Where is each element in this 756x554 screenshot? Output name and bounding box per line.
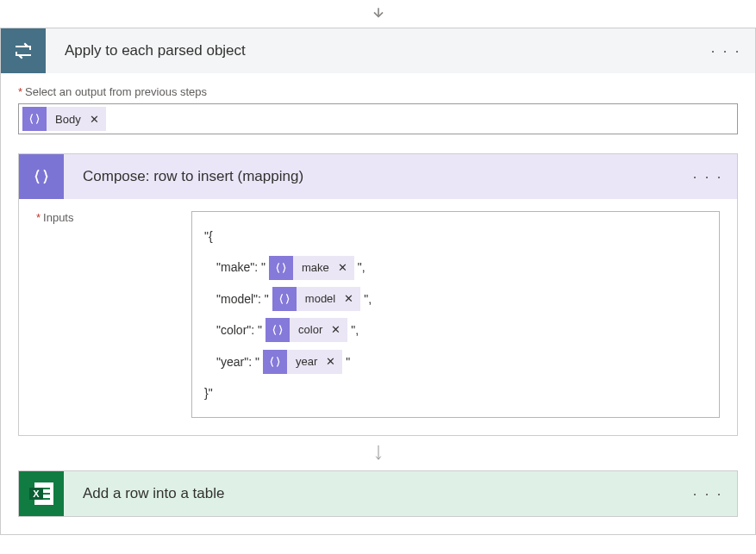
token-model-label: model bbox=[297, 284, 344, 314]
token-make[interactable]: make ✕ bbox=[269, 256, 354, 280]
token-make-label: make bbox=[293, 253, 338, 283]
dynamic-content-icon bbox=[269, 256, 293, 280]
compose-inputs-label: *Inputs bbox=[36, 211, 174, 418]
token-body-label: Body bbox=[47, 113, 90, 126]
json-after-model: ", bbox=[364, 283, 372, 314]
dynamic-content-icon bbox=[263, 350, 287, 374]
apply-to-each-card: Apply to each parsed object · · · *Selec… bbox=[0, 28, 756, 535]
compose-icon bbox=[19, 154, 64, 199]
token-color-remove[interactable]: ✕ bbox=[331, 315, 347, 345]
select-output-label: *Select an output from previous steps bbox=[18, 85, 738, 98]
compose-body: *Inputs "{ "make": " make ✕ ", "model": … bbox=[19, 199, 737, 435]
token-color-label: color bbox=[290, 315, 331, 345]
excel-more-button[interactable]: · · · bbox=[690, 476, 725, 511]
token-year-remove[interactable]: ✕ bbox=[326, 347, 342, 377]
token-year-label: year bbox=[287, 347, 326, 377]
json-close: }" bbox=[204, 377, 213, 408]
excel-card: X Add a row into a table · · · bbox=[18, 470, 738, 517]
json-key-model: "model": " bbox=[216, 283, 269, 314]
json-after-color: ", bbox=[351, 314, 359, 345]
token-model[interactable]: model ✕ bbox=[272, 287, 360, 311]
flow-arrow-top bbox=[0, 0, 756, 28]
excel-title: Add a row into a table bbox=[64, 485, 690, 502]
apply-to-each-more-button[interactable]: · · · bbox=[709, 34, 743, 68]
json-after-year: " bbox=[346, 346, 350, 377]
json-open: "{ bbox=[204, 221, 213, 252]
dynamic-content-icon bbox=[266, 318, 290, 342]
flow-arrow-inner bbox=[18, 436, 738, 470]
json-after-make: ", bbox=[358, 252, 366, 283]
compose-title: Compose: row to insert (mapping) bbox=[64, 168, 690, 185]
apply-to-each-header[interactable]: Apply to each parsed object · · · bbox=[1, 28, 755, 73]
token-year[interactable]: year ✕ bbox=[263, 350, 342, 374]
token-body-remove[interactable]: ✕ bbox=[90, 113, 106, 126]
compose-more-button[interactable]: · · · bbox=[690, 159, 725, 194]
token-model-remove[interactable]: ✕ bbox=[344, 284, 360, 314]
token-body[interactable]: Body ✕ bbox=[22, 107, 106, 131]
apply-to-each-body: *Select an output from previous steps Bo… bbox=[1, 73, 755, 534]
compose-card: Compose: row to insert (mapping) · · · *… bbox=[18, 153, 738, 436]
dynamic-content-icon bbox=[272, 287, 297, 311]
apply-to-each-title: Apply to each parsed object bbox=[46, 42, 709, 59]
token-color[interactable]: color ✕ bbox=[266, 318, 347, 342]
dynamic-content-icon bbox=[22, 107, 47, 131]
compose-header[interactable]: Compose: row to insert (mapping) · · · bbox=[19, 154, 737, 199]
select-output-input[interactable]: Body ✕ bbox=[18, 103, 738, 134]
token-make-remove[interactable]: ✕ bbox=[338, 253, 354, 283]
excel-icon: X bbox=[19, 471, 64, 516]
compose-inputs-field[interactable]: "{ "make": " make ✕ ", "model": " bbox=[191, 211, 720, 418]
excel-header[interactable]: X Add a row into a table · · · bbox=[19, 471, 737, 516]
loop-icon bbox=[1, 28, 46, 73]
json-key-make: "make": " bbox=[216, 252, 266, 283]
json-key-color: "color": " bbox=[216, 314, 262, 345]
json-key-year: "year": " bbox=[216, 346, 259, 377]
